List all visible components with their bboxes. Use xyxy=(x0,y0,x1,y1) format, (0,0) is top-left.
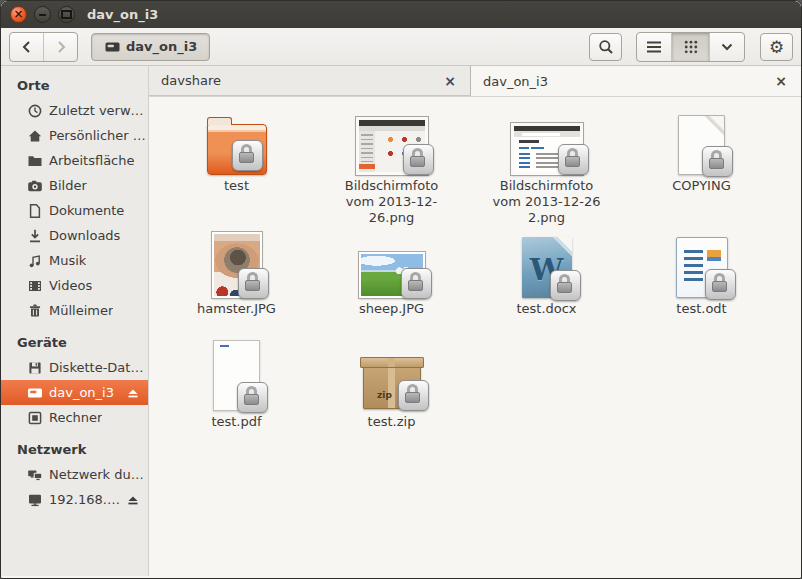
drive-icon xyxy=(104,39,121,55)
tab-close-icon[interactable]: × xyxy=(773,74,789,88)
file-item-pdf[interactable]: test.pdf xyxy=(159,339,314,452)
sidebar-item-label: Zuletzt verw… xyxy=(49,103,144,118)
sidebar-item-label: Arbeitsfläche xyxy=(49,153,135,168)
folder-icon xyxy=(27,153,43,169)
sidebar-item-label: Musik xyxy=(49,253,86,268)
photo-thumbnail-icon xyxy=(359,252,425,298)
forward-button[interactable] xyxy=(43,33,77,61)
lock-emblem xyxy=(237,382,268,413)
gear-icon: ⚙ xyxy=(769,37,784,57)
file-name: Bildschirmfoto vom 2013-12-26 2.png xyxy=(485,178,609,226)
settings-button[interactable]: ⚙ xyxy=(760,33,793,61)
sidebar-item-label: Bilder xyxy=(49,178,87,193)
view-switch-group xyxy=(636,32,745,62)
lock-emblem xyxy=(550,270,581,301)
drive-icon xyxy=(27,385,43,401)
eject-icon[interactable] xyxy=(126,493,140,507)
sidebar-item-label: Downloads xyxy=(49,228,120,243)
file-name: COPYING xyxy=(672,178,730,194)
document-icon xyxy=(27,203,43,219)
sidebar-item-dav-on-i3[interactable]: dav_on_i3 xyxy=(1,380,148,405)
file-item-sheep[interactable]: sheep.JPG xyxy=(314,226,469,339)
computer-icon xyxy=(27,410,43,426)
tab-dav-on-i3[interactable]: dav_on_i3 × xyxy=(471,66,801,96)
image-thumbnail-icon xyxy=(511,123,583,175)
text-file-icon xyxy=(678,115,725,175)
sidebar-item-label: dav_on_i3 xyxy=(49,385,114,400)
grid-view-button[interactable] xyxy=(671,33,709,61)
word-document-icon: W xyxy=(522,237,572,298)
chevron-left-icon xyxy=(21,40,33,54)
photo-thumbnail-icon xyxy=(212,232,262,298)
sidebar-section-header-places: Orte xyxy=(1,74,148,98)
sidebar-section-header-network: Netzwerk xyxy=(1,430,148,462)
lock-emblem xyxy=(232,140,263,171)
sidebar-item-floppy[interactable]: Diskette-Dat… xyxy=(1,355,148,380)
file-name: test xyxy=(224,178,249,194)
sidebar-item-videos[interactable]: Videos xyxy=(1,273,148,298)
lock-emblem xyxy=(398,380,429,411)
file-item-test-folder[interactable]: test xyxy=(159,103,314,226)
nav-button-group xyxy=(9,32,78,62)
window-close-button[interactable]: × xyxy=(10,6,27,23)
file-item-zip[interactable]: zip test.zip xyxy=(314,339,469,452)
back-button[interactable] xyxy=(10,33,43,61)
file-name: Bildschirmfoto vom 2013-12-26.png xyxy=(332,178,452,226)
sidebar-item-label: Rechner xyxy=(49,410,102,425)
tab-label: dav_on_i3 xyxy=(483,74,773,89)
network-icon xyxy=(27,467,43,483)
tab-close-icon[interactable]: × xyxy=(442,74,458,88)
tab-davshare[interactable]: davshare × xyxy=(149,66,471,96)
sidebar-item-recent[interactable]: Zuletzt verw… xyxy=(1,98,148,123)
file-item-odt[interactable]: test.odt xyxy=(624,226,779,339)
pdf-document-icon xyxy=(213,340,260,411)
lock-emblem xyxy=(705,269,736,300)
sidebar-item-label: Videos xyxy=(49,278,92,293)
eject-icon[interactable] xyxy=(126,386,140,400)
main-panel: davshare × dav_on_i3 × test Bildschirmfo… xyxy=(149,66,801,576)
sidebar-item-music[interactable]: Musik xyxy=(1,248,148,273)
zip-label-glyph: zip xyxy=(377,390,392,400)
sidebar-item-computer[interactable]: Rechner xyxy=(1,405,148,430)
file-name: test.docx xyxy=(516,301,576,317)
image-thumbnail-icon xyxy=(356,117,428,175)
file-grid: test Bildschirmfoto vom 2013-12-26.png B… xyxy=(149,97,801,576)
sidebar-section-header-devices: Geräte xyxy=(1,323,148,355)
file-item-hamster[interactable]: hamster.JPG xyxy=(159,226,314,339)
tab-label: davshare xyxy=(161,73,442,88)
chevron-down-icon xyxy=(721,43,733,51)
sidebar-item-label: Persönlicher … xyxy=(49,128,146,143)
trash-icon xyxy=(27,303,43,319)
file-item-screenshot-1[interactable]: Bildschirmfoto vom 2013-12-26.png xyxy=(314,103,469,226)
file-item-copying[interactable]: COPYING xyxy=(624,103,779,226)
sidebar-item-trash[interactable]: Mülleimer xyxy=(1,298,148,323)
file-name: test.zip xyxy=(368,414,416,430)
sidebar: Orte Zuletzt verw… Persönlicher … Arbeit… xyxy=(1,66,149,576)
content-area: Orte Zuletzt verw… Persönlicher … Arbeit… xyxy=(1,66,801,576)
window-minimize-button[interactable] xyxy=(34,6,51,23)
lock-emblem xyxy=(401,268,432,299)
window-maximize-button[interactable] xyxy=(58,6,75,23)
file-name: hamster.JPG xyxy=(197,301,276,317)
file-name: test.pdf xyxy=(211,414,261,430)
lock-emblem xyxy=(558,144,589,175)
remote-monitor-icon xyxy=(27,492,43,508)
sidebar-item-home[interactable]: Persönlicher … xyxy=(1,123,148,148)
sidebar-item-pictures[interactable]: Bilder xyxy=(1,173,148,198)
sidebar-item-downloads[interactable]: Downloads xyxy=(1,223,148,248)
titlebar[interactable]: × dav_on_i3 xyxy=(1,1,801,28)
sidebar-item-browse-network[interactable]: Netzwerk du… xyxy=(1,462,148,487)
sidebar-item-documents[interactable]: Dokumente xyxy=(1,198,148,223)
window-title: dav_on_i3 xyxy=(87,7,158,22)
file-item-docx[interactable]: W test.docx xyxy=(469,226,624,339)
sidebar-item-desktop[interactable]: Arbeitsfläche xyxy=(1,148,148,173)
view-options-dropdown[interactable] xyxy=(709,33,744,61)
camera-icon xyxy=(27,178,43,194)
search-button[interactable] xyxy=(589,33,622,61)
zip-archive-icon: zip xyxy=(363,367,421,409)
list-view-button[interactable] xyxy=(637,33,671,61)
file-item-screenshot-2[interactable]: Bildschirmfoto vom 2013-12-26 2.png xyxy=(469,103,624,226)
sidebar-item-remote-server[interactable]: 192.168.… xyxy=(1,487,148,512)
window-close-icon: × xyxy=(13,8,23,20)
location-button[interactable]: dav_on_i3 xyxy=(91,33,210,61)
